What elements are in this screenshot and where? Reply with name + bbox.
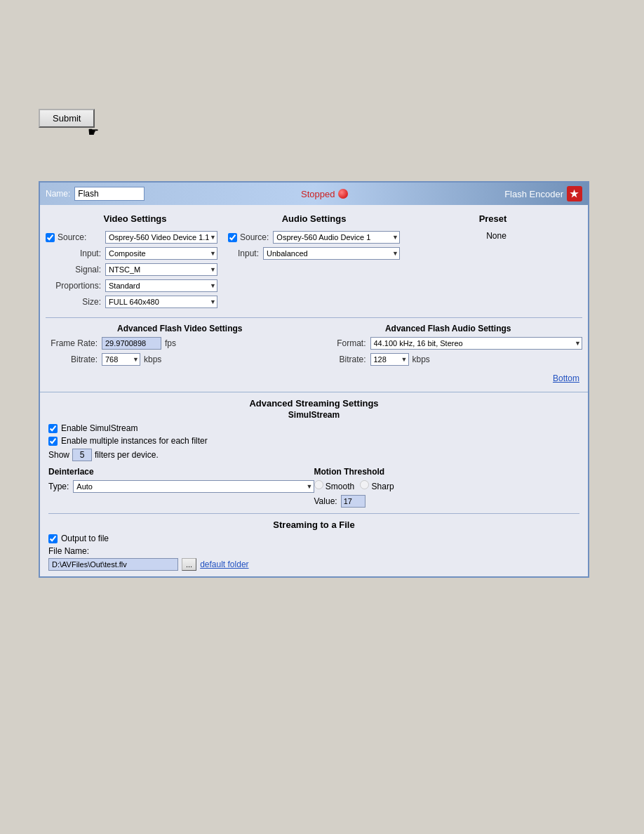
motion-value-row: Value:: [314, 495, 580, 508]
video-size-select[interactable]: FULL 640x480: [105, 296, 217, 308]
preset-title: Preset: [403, 211, 582, 227]
audio-bitrate-select-wrapper: 128 ▼: [370, 353, 409, 366]
smooth-radio-label: Smooth: [314, 480, 355, 491]
video-proportions-row: Proportions: Standard ▼: [46, 279, 217, 292]
audio-input-row: Input: Unbalanced ▼: [228, 247, 400, 260]
advanced-audio-col: Advanced Flash Audio Settings Format: 44…: [314, 324, 583, 369]
audio-settings-title: Audio Settings: [224, 211, 403, 227]
audio-source-checkbox[interactable]: [228, 233, 237, 242]
audio-col: Source: Osprey-560 Audio Device 1 ▼ Inpu…: [224, 231, 403, 312]
motion-value-input[interactable]: [341, 495, 365, 508]
video-source-select[interactable]: Osprey-560 Video Device 1.1: [105, 231, 217, 244]
title-bar: Name: Stopped Flash Encoder ★: [40, 183, 588, 205]
video-signal-label: Signal:: [46, 265, 105, 274]
motion-threshold-title: Motion Threshold: [314, 467, 580, 477]
video-bitrate-select[interactable]: 768: [102, 353, 140, 366]
audio-source-text: Source:: [240, 232, 269, 242]
video-source-label: Source:: [46, 232, 105, 242]
output-to-file-label: Output to file: [61, 534, 109, 543]
enable-simulstream-row: Enable SimulStream: [48, 423, 579, 433]
show-label: Show: [48, 450, 69, 460]
filename-input[interactable]: [48, 558, 178, 571]
video-size-select-wrapper: FULL 640x480 ▼: [105, 296, 217, 308]
video-source-row: Source: Osprey-560 Video Device 1.1 ▼: [46, 231, 217, 244]
video-proportions-label: Proportions:: [46, 281, 105, 291]
filename-row: ... default folder: [48, 558, 579, 571]
smooth-radio[interactable]: [314, 480, 323, 489]
video-source-select-wrapper: Osprey-560 Video Device 1.1 ▼: [105, 231, 217, 244]
simulstream-title: SimulStream: [48, 410, 579, 420]
audio-source-label: Source:: [228, 232, 273, 242]
frame-rate-unit: fps: [165, 338, 176, 348]
preset-value: None: [410, 231, 582, 241]
preset-col: None: [403, 231, 582, 312]
video-bitrate-select-wrapper: 768 ▼: [102, 353, 140, 366]
status-dot-icon: [338, 189, 348, 199]
audio-source-row: Source: Osprey-560 Audio Device 1 ▼: [228, 231, 400, 244]
browse-button[interactable]: ...: [182, 558, 196, 571]
motion-value-label: Value:: [314, 496, 337, 506]
bottom-link[interactable]: Bottom: [46, 373, 582, 386]
video-size-row: Size: FULL 640x480 ▼: [46, 296, 217, 308]
advanced-grid: Advanced Flash Video Settings Frame Rate…: [46, 324, 582, 369]
video-bitrate-label: Bitrate:: [46, 355, 102, 364]
audio-bitrate-unit: kbps: [412, 355, 430, 364]
main-panel: Name: Stopped Flash Encoder ★ Video Sett…: [39, 181, 589, 578]
audio-source-check-label: Source:: [228, 232, 269, 242]
video-input-select[interactable]: Composite: [105, 247, 217, 260]
filename-label: File Name:: [48, 546, 579, 556]
deinterlace-type-label: Type:: [48, 482, 69, 491]
divider-2: [48, 513, 579, 514]
enable-multiple-checkbox[interactable]: [48, 437, 58, 446]
encoder-area: Flash Encoder ★: [504, 186, 582, 201]
default-folder-link[interactable]: default folder: [200, 560, 248, 569]
cursor-icon: ☛: [88, 124, 99, 140]
name-label: Name:: [46, 189, 70, 199]
settings-header: Video Settings Audio Settings Preset: [46, 211, 582, 227]
name-input[interactable]: [74, 187, 145, 201]
video-source-check-label: Source:: [46, 232, 101, 242]
audio-bitrate-row: Bitrate: 128 ▼ kbps: [314, 353, 583, 366]
audio-source-select[interactable]: Osprey-560 Audio Device 1: [273, 231, 400, 244]
enable-simulstream-label: Enable SimulStream: [61, 423, 137, 433]
advanced-audio-title: Advanced Flash Audio Settings: [314, 324, 583, 333]
audio-source-select-wrapper: Osprey-560 Audio Device 1 ▼: [273, 231, 400, 244]
status-area: Stopped: [301, 189, 348, 199]
video-source-checkbox[interactable]: [46, 233, 55, 242]
audio-input-select[interactable]: Unbalanced: [263, 247, 400, 260]
deinterlace-type-select[interactable]: Auto: [73, 480, 314, 493]
video-input-label: Input:: [46, 249, 105, 258]
motion-threshold-col: Motion Threshold Smooth Sharp Value:: [314, 467, 580, 508]
video-proportions-select[interactable]: Standard: [105, 279, 217, 292]
frame-rate-row: Frame Rate: fps: [46, 337, 314, 350]
output-to-file-checkbox[interactable]: [48, 534, 58, 543]
audio-bitrate-select[interactable]: 128: [370, 353, 409, 366]
video-bitrate-row: Bitrate: 768 ▼ kbps: [46, 353, 314, 366]
video-bitrate-unit: kbps: [144, 355, 161, 364]
video-signal-select-wrapper: NTSC_M ▼: [105, 263, 217, 276]
video-source-text: Source:: [58, 232, 86, 242]
file-streaming-title: Streaming to a File: [48, 519, 579, 530]
smooth-label: Smooth: [326, 482, 354, 491]
settings-grid: Source: Osprey-560 Video Device 1.1 ▼ In…: [46, 231, 582, 312]
deinterlace-type-select-wrapper: Auto ▼: [73, 480, 314, 493]
title-name-area: Name:: [46, 187, 145, 201]
deinterlace-col: Deinterlace Type: Auto ▼: [48, 467, 314, 508]
divider-1: [46, 317, 582, 318]
frame-rate-input[interactable]: [102, 337, 161, 350]
enable-simulstream-checkbox[interactable]: [48, 424, 58, 433]
audio-format-select[interactable]: 44.100 kHz, 16 bit, Stereo: [370, 337, 583, 350]
video-proportions-select-wrapper: Standard ▼: [105, 279, 217, 292]
audio-bitrate-label: Bitrate:: [314, 355, 370, 364]
advanced-video-title: Advanced Flash Video Settings: [46, 324, 314, 333]
video-signal-select[interactable]: NTSC_M: [105, 263, 217, 276]
sharp-radio[interactable]: [360, 480, 369, 489]
status-text: Stopped: [301, 189, 335, 199]
audio-format-row: Format: 44.100 kHz, 16 bit, Stereo ▼: [314, 337, 583, 350]
submit-button[interactable]: Submit: [39, 109, 95, 128]
show-value-input[interactable]: [72, 449, 92, 461]
deinterlace-motion-grid: Deinterlace Type: Auto ▼ Motion Threshol…: [48, 467, 579, 508]
deinterlace-title: Deinterlace: [48, 467, 314, 477]
video-signal-row: Signal: NTSC_M ▼: [46, 263, 217, 276]
audio-format-label: Format:: [314, 338, 370, 348]
